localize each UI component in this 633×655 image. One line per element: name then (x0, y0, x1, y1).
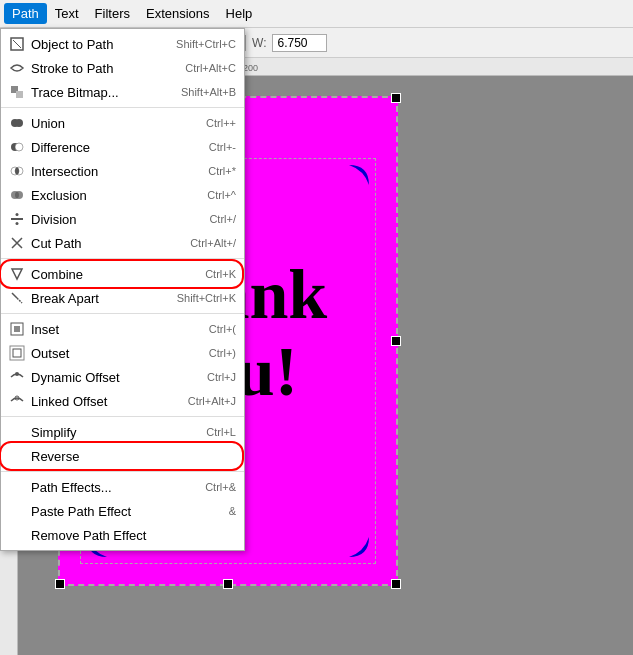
combine-icon (7, 266, 27, 282)
menu-path-effects[interactable]: Path Effects... Ctrl+& (1, 475, 244, 499)
handle-topright[interactable] (391, 93, 401, 103)
dynamic-offset-label: Dynamic Offset (31, 370, 199, 385)
inset-icon (7, 321, 27, 337)
stroke-to-path-shortcut: Ctrl+Alt+C (185, 62, 236, 74)
handle-bottomright[interactable] (391, 579, 401, 589)
menu-linked-offset[interactable]: Linked Offset Ctrl+Alt+J (1, 389, 244, 413)
combine-shortcut: Ctrl+K (205, 268, 236, 280)
exclusion-shortcut: Ctrl+^ (207, 189, 236, 201)
sep-5 (1, 471, 244, 472)
paste-path-effect-shortcut: & (229, 505, 236, 517)
sep-2 (1, 258, 244, 259)
svg-point-6 (15, 143, 23, 151)
exclusion-icon (7, 187, 27, 203)
inset-shortcut: Ctrl+( (209, 323, 236, 335)
remove-path-effect-label: Remove Path Effect (31, 528, 228, 543)
path-effects-label: Path Effects... (31, 480, 197, 495)
path-effects-shortcut: Ctrl+& (205, 481, 236, 493)
menu-reverse[interactable]: Reverse (1, 444, 244, 468)
menu-difference[interactable]: Difference Ctrl+- (1, 135, 244, 159)
dynamic-offset-icon (7, 369, 27, 385)
svg-rect-18 (13, 349, 21, 357)
dynamic-offset-shortcut: Ctrl+J (207, 371, 236, 383)
break-apart-label: Break Apart (31, 291, 169, 306)
simplify-shortcut: Ctrl+L (206, 426, 236, 438)
handle-bottomleft[interactable] (55, 579, 65, 589)
svg-rect-17 (14, 326, 20, 332)
path-dropdown-menu: Object to Path Shift+Ctrl+C Stroke to Pa… (0, 28, 245, 551)
menu-union[interactable]: Union Ctrl++ (1, 111, 244, 135)
union-shortcut: Ctrl++ (206, 117, 236, 129)
difference-icon (7, 139, 27, 155)
object-to-path-label: Object to Path (31, 37, 168, 52)
trace-bitmap-icon (7, 84, 27, 100)
menu-trace-bitmap[interactable]: Trace Bitmap... Shift+Alt+B (1, 80, 244, 104)
object-to-path-shortcut: Shift+Ctrl+C (176, 38, 236, 50)
menu-intersection[interactable]: Intersection Ctrl+* (1, 159, 244, 183)
difference-shortcut: Ctrl+- (209, 141, 236, 153)
division-shortcut: Ctrl+/ (209, 213, 236, 225)
menu-path[interactable]: Path (4, 3, 47, 24)
reverse-label: Reverse (31, 449, 228, 464)
object-to-path-icon (7, 36, 27, 52)
linked-offset-shortcut: Ctrl+Alt+J (188, 395, 236, 407)
division-icon (7, 211, 27, 227)
svg-point-12 (15, 191, 23, 199)
menu-help[interactable]: Help (218, 3, 261, 24)
menu-bar: Path Text Filters Extensions Help (0, 0, 633, 28)
w-input[interactable] (272, 34, 327, 52)
break-apart-shortcut: Shift+Ctrl+K (177, 292, 236, 304)
menu-paste-path-effect[interactable]: Paste Path Effect & (1, 499, 244, 523)
menu-division[interactable]: Division Ctrl+/ (1, 207, 244, 231)
stroke-to-path-icon (7, 60, 27, 76)
menu-extensions[interactable]: Extensions (138, 3, 218, 24)
menu-inset[interactable]: Inset Ctrl+( (1, 317, 244, 341)
union-icon (7, 115, 27, 131)
menu-text[interactable]: Text (47, 3, 87, 24)
menu-dynamic-offset[interactable]: Dynamic Offset Ctrl+J (1, 365, 244, 389)
svg-point-15 (16, 222, 19, 225)
union-label: Union (31, 116, 198, 131)
outset-label: Outset (31, 346, 201, 361)
break-apart-icon (7, 290, 27, 306)
intersection-shortcut: Ctrl+* (208, 165, 236, 177)
outset-icon (7, 345, 27, 361)
svg-point-20 (15, 372, 19, 376)
stroke-to-path-label: Stroke to Path (31, 61, 177, 76)
inset-label: Inset (31, 322, 201, 337)
sep-4 (1, 416, 244, 417)
menu-stroke-to-path[interactable]: Stroke to Path Ctrl+Alt+C (1, 56, 244, 80)
svg-rect-19 (10, 346, 24, 360)
handle-bottomcenter[interactable] (223, 579, 233, 589)
w-label: W: (252, 36, 266, 50)
exclusion-label: Exclusion (31, 188, 199, 203)
menu-outset[interactable]: Outset Ctrl+) (1, 341, 244, 365)
intersection-icon (7, 163, 27, 179)
trace-bitmap-shortcut: Shift+Alt+B (181, 86, 236, 98)
svg-point-4 (15, 119, 23, 127)
menu-cut-path[interactable]: Cut Path Ctrl+Alt+/ (1, 231, 244, 255)
svg-point-14 (16, 213, 19, 216)
cut-path-label: Cut Path (31, 236, 182, 251)
division-label: Division (31, 212, 201, 227)
simplify-label: Simplify (31, 425, 198, 440)
intersection-label: Intersection (31, 164, 200, 179)
menu-filters[interactable]: Filters (87, 3, 138, 24)
linked-offset-label: Linked Offset (31, 394, 180, 409)
menu-simplify[interactable]: Simplify Ctrl+L (1, 420, 244, 444)
menu-object-to-path[interactable]: Object to Path Shift+Ctrl+C (1, 32, 244, 56)
cut-path-icon (7, 235, 27, 251)
svg-rect-13 (11, 218, 23, 220)
paste-path-effect-label: Paste Path Effect (31, 504, 221, 519)
menu-remove-path-effect[interactable]: Remove Path Effect (1, 523, 244, 547)
menu-break-apart[interactable]: Break Apart Shift+Ctrl+K (1, 286, 244, 310)
sep-1 (1, 107, 244, 108)
combine-label: Combine (31, 267, 197, 282)
linked-offset-icon (7, 393, 27, 409)
sep-3 (1, 313, 244, 314)
menu-combine[interactable]: Combine Ctrl+K (1, 262, 244, 286)
corner-deco-bottomright (344, 532, 374, 562)
handle-midright[interactable] (391, 336, 401, 346)
cut-path-shortcut: Ctrl+Alt+/ (190, 237, 236, 249)
menu-exclusion[interactable]: Exclusion Ctrl+^ (1, 183, 244, 207)
